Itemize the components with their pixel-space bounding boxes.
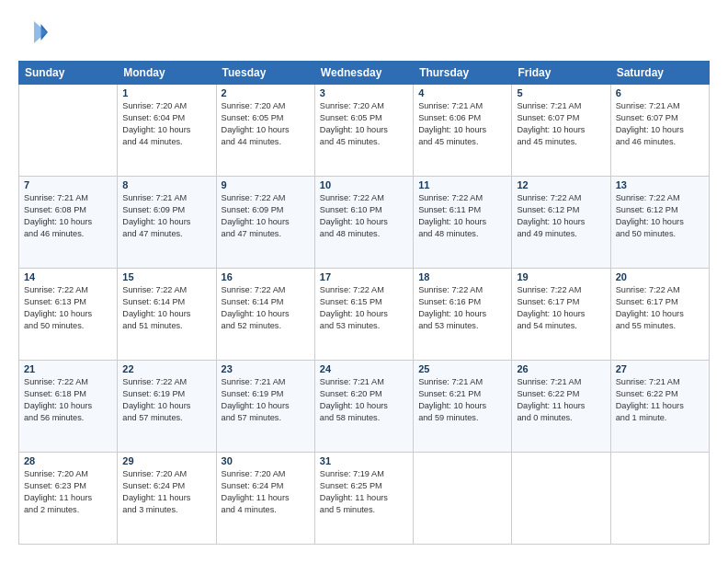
day-info: Sunrise: 7:20 AM Sunset: 6:05 PM Dayligh… — [222, 100, 310, 148]
day-info: Sunrise: 7:22 AM Sunset: 6:11 PM Dayligh… — [418, 192, 506, 240]
logo — [18, 18, 48, 50]
day-info: Sunrise: 7:22 AM Sunset: 6:14 PM Dayligh… — [122, 284, 210, 332]
calendar-cell: 20Sunrise: 7:22 AM Sunset: 6:17 PM Dayli… — [610, 269, 709, 361]
calendar-cell: 14Sunrise: 7:22 AM Sunset: 6:13 PM Dayli… — [19, 269, 118, 361]
day-number: 17 — [320, 271, 408, 282]
calendar-table: SundayMondayTuesdayWednesdayThursdayFrid… — [18, 61, 710, 545]
day-info: Sunrise: 7:22 AM Sunset: 6:12 PM Dayligh… — [616, 192, 704, 240]
calendar-cell: 1Sunrise: 7:20 AM Sunset: 6:04 PM Daylig… — [118, 85, 216, 177]
day-info: Sunrise: 7:21 AM Sunset: 6:07 PM Dayligh… — [616, 100, 704, 148]
weekday-header-thursday: Thursday — [414, 62, 512, 85]
day-number: 24 — [320, 363, 408, 374]
day-number: 18 — [418, 271, 506, 282]
day-number: 22 — [122, 363, 210, 374]
calendar-cell: 31Sunrise: 7:19 AM Sunset: 6:25 PM Dayli… — [314, 453, 413, 545]
calendar-cell: 9Sunrise: 7:22 AM Sunset: 6:09 PM Daylig… — [216, 177, 314, 269]
week-row-3: 14Sunrise: 7:22 AM Sunset: 6:13 PM Dayli… — [19, 269, 710, 361]
day-number: 6 — [616, 87, 704, 98]
day-info: Sunrise: 7:22 AM Sunset: 6:17 PM Dayligh… — [616, 284, 704, 332]
day-info: Sunrise: 7:21 AM Sunset: 6:08 PM Dayligh… — [24, 192, 112, 240]
calendar-cell: 13Sunrise: 7:22 AM Sunset: 6:12 PM Dayli… — [610, 177, 709, 269]
day-info: Sunrise: 7:21 AM Sunset: 6:22 PM Dayligh… — [616, 376, 704, 424]
logo-icon — [20, 18, 48, 46]
day-info: Sunrise: 7:20 AM Sunset: 6:24 PM Dayligh… — [222, 468, 310, 516]
calendar-cell: 3Sunrise: 7:20 AM Sunset: 6:05 PM Daylig… — [314, 85, 413, 177]
weekday-header-wednesday: Wednesday — [314, 62, 413, 85]
calendar-cell: 8Sunrise: 7:21 AM Sunset: 6:09 PM Daylig… — [118, 177, 216, 269]
day-info: Sunrise: 7:21 AM Sunset: 6:21 PM Dayligh… — [418, 376, 506, 424]
day-number: 2 — [222, 87, 310, 98]
week-row-1: 1Sunrise: 7:20 AM Sunset: 6:04 PM Daylig… — [19, 85, 710, 177]
calendar-cell: 23Sunrise: 7:21 AM Sunset: 6:19 PM Dayli… — [216, 361, 314, 453]
day-number: 27 — [616, 363, 704, 374]
calendar-cell: 11Sunrise: 7:22 AM Sunset: 6:11 PM Dayli… — [414, 177, 512, 269]
day-info: Sunrise: 7:22 AM Sunset: 6:19 PM Dayligh… — [122, 376, 210, 424]
day-number: 26 — [517, 363, 605, 374]
calendar-cell: 6Sunrise: 7:21 AM Sunset: 6:07 PM Daylig… — [610, 85, 709, 177]
day-number: 12 — [517, 179, 605, 190]
weekday-header-saturday: Saturday — [610, 62, 709, 85]
weekday-header-friday: Friday — [512, 62, 610, 85]
calendar-cell: 30Sunrise: 7:20 AM Sunset: 6:24 PM Dayli… — [216, 453, 314, 545]
day-number: 23 — [222, 363, 310, 374]
day-number: 16 — [222, 271, 310, 282]
day-info: Sunrise: 7:21 AM Sunset: 6:06 PM Dayligh… — [418, 100, 506, 148]
svg-marker-1 — [34, 21, 47, 43]
header — [18, 18, 710, 50]
page: SundayMondayTuesdayWednesdayThursdayFrid… — [0, 0, 728, 563]
calendar-cell: 2Sunrise: 7:20 AM Sunset: 6:05 PM Daylig… — [216, 85, 314, 177]
calendar-cell: 21Sunrise: 7:22 AM Sunset: 6:18 PM Dayli… — [19, 361, 118, 453]
calendar-cell: 5Sunrise: 7:21 AM Sunset: 6:07 PM Daylig… — [512, 85, 610, 177]
day-info: Sunrise: 7:22 AM Sunset: 6:13 PM Dayligh… — [24, 284, 112, 332]
day-info: Sunrise: 7:20 AM Sunset: 6:05 PM Dayligh… — [320, 100, 408, 148]
week-row-4: 21Sunrise: 7:22 AM Sunset: 6:18 PM Dayli… — [19, 361, 710, 453]
week-row-2: 7Sunrise: 7:21 AM Sunset: 6:08 PM Daylig… — [19, 177, 710, 269]
day-info: Sunrise: 7:21 AM Sunset: 6:07 PM Dayligh… — [517, 100, 605, 148]
day-info: Sunrise: 7:20 AM Sunset: 6:04 PM Dayligh… — [122, 100, 210, 148]
day-number: 14 — [24, 271, 112, 282]
calendar-cell: 25Sunrise: 7:21 AM Sunset: 6:21 PM Dayli… — [414, 361, 512, 453]
weekday-header-row: SundayMondayTuesdayWednesdayThursdayFrid… — [19, 62, 710, 85]
calendar-cell: 19Sunrise: 7:22 AM Sunset: 6:17 PM Dayli… — [512, 269, 610, 361]
calendar-cell: 27Sunrise: 7:21 AM Sunset: 6:22 PM Dayli… — [610, 361, 709, 453]
calendar-cell: 24Sunrise: 7:21 AM Sunset: 6:20 PM Dayli… — [314, 361, 413, 453]
calendar-cell — [610, 453, 709, 545]
day-info: Sunrise: 7:22 AM Sunset: 6:14 PM Dayligh… — [222, 284, 310, 332]
calendar-cell — [414, 453, 512, 545]
calendar-cell: 28Sunrise: 7:20 AM Sunset: 6:23 PM Dayli… — [19, 453, 118, 545]
day-number: 20 — [616, 271, 704, 282]
calendar-cell: 15Sunrise: 7:22 AM Sunset: 6:14 PM Dayli… — [118, 269, 216, 361]
calendar-cell: 17Sunrise: 7:22 AM Sunset: 6:15 PM Dayli… — [314, 269, 413, 361]
day-info: Sunrise: 7:20 AM Sunset: 6:24 PM Dayligh… — [122, 468, 210, 516]
weekday-header-monday: Monday — [118, 62, 216, 85]
day-info: Sunrise: 7:22 AM Sunset: 6:16 PM Dayligh… — [418, 284, 506, 332]
week-row-5: 28Sunrise: 7:20 AM Sunset: 6:23 PM Dayli… — [19, 453, 710, 545]
calendar-cell: 10Sunrise: 7:22 AM Sunset: 6:10 PM Dayli… — [314, 177, 413, 269]
day-number: 5 — [517, 87, 605, 98]
calendar-cell — [512, 453, 610, 545]
calendar-cell: 7Sunrise: 7:21 AM Sunset: 6:08 PM Daylig… — [19, 177, 118, 269]
day-info: Sunrise: 7:22 AM Sunset: 6:10 PM Dayligh… — [320, 192, 408, 240]
day-info: Sunrise: 7:21 AM Sunset: 6:22 PM Dayligh… — [517, 376, 605, 424]
day-info: Sunrise: 7:22 AM Sunset: 6:18 PM Dayligh… — [24, 376, 112, 424]
day-number: 8 — [122, 179, 210, 190]
day-info: Sunrise: 7:22 AM Sunset: 6:12 PM Dayligh… — [517, 192, 605, 240]
day-info: Sunrise: 7:21 AM Sunset: 6:20 PM Dayligh… — [320, 376, 408, 424]
calendar-cell: 29Sunrise: 7:20 AM Sunset: 6:24 PM Dayli… — [118, 453, 216, 545]
day-info: Sunrise: 7:22 AM Sunset: 6:09 PM Dayligh… — [222, 192, 310, 240]
day-info: Sunrise: 7:20 AM Sunset: 6:23 PM Dayligh… — [24, 468, 112, 516]
day-number: 15 — [122, 271, 210, 282]
day-number: 4 — [418, 87, 506, 98]
day-number: 7 — [24, 179, 112, 190]
day-number: 1 — [122, 87, 210, 98]
day-number: 10 — [320, 179, 408, 190]
calendar-cell: 18Sunrise: 7:22 AM Sunset: 6:16 PM Dayli… — [414, 269, 512, 361]
day-number: 9 — [222, 179, 310, 190]
day-info: Sunrise: 7:21 AM Sunset: 6:19 PM Dayligh… — [222, 376, 310, 424]
day-number: 19 — [517, 271, 605, 282]
day-info: Sunrise: 7:21 AM Sunset: 6:09 PM Dayligh… — [122, 192, 210, 240]
calendar-cell — [19, 85, 118, 177]
day-number: 31 — [320, 455, 408, 466]
calendar-cell: 26Sunrise: 7:21 AM Sunset: 6:22 PM Dayli… — [512, 361, 610, 453]
day-number: 11 — [418, 179, 506, 190]
